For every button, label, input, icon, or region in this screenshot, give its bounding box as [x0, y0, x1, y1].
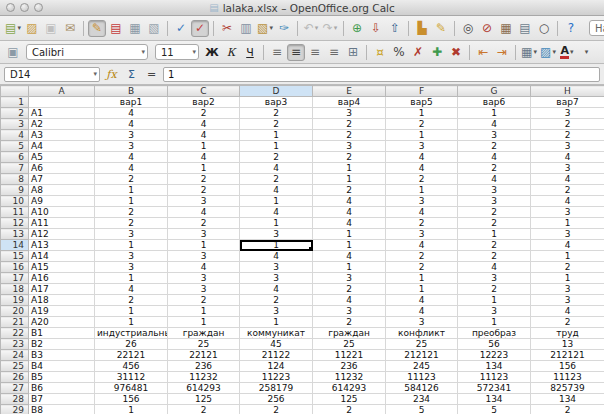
cell-H19[interactable]: 3: [531, 295, 604, 306]
cell-F3[interactable]: 2: [386, 119, 458, 130]
cell-D27[interactable]: 258179: [240, 383, 313, 394]
cell-A29[interactable]: B8: [29, 405, 95, 414]
cell-D4[interactable]: 1: [240, 130, 313, 141]
cell-E26[interactable]: 11232: [313, 372, 386, 383]
cell-B24[interactable]: 22121: [95, 350, 168, 361]
cell-E12[interactable]: 4: [313, 218, 386, 229]
cell-F28[interactable]: 234: [386, 394, 458, 405]
cell-B10[interactable]: 1: [95, 196, 168, 207]
cell-G28[interactable]: 134: [458, 394, 531, 405]
cell-E25[interactable]: 236: [313, 361, 386, 372]
cell-E7[interactable]: 1: [313, 163, 386, 174]
cell-D1[interactable]: вар3: [240, 97, 313, 108]
cell-C28[interactable]: 125: [168, 394, 240, 405]
cell-F15[interactable]: 2: [386, 251, 458, 262]
cell-F24[interactable]: 212121: [386, 350, 458, 361]
cell-reference-box[interactable]: D14 ▾: [4, 67, 100, 82]
cell-F7[interactable]: 4: [386, 163, 458, 174]
cell-D19[interactable]: 2: [240, 295, 313, 306]
cell-A18[interactable]: A17: [29, 284, 95, 295]
cell-D2[interactable]: 2: [240, 108, 313, 119]
cell-D22[interactable]: коммуникат: [240, 328, 313, 339]
cell-C26[interactable]: 11232: [168, 372, 240, 383]
cell-A28[interactable]: B7: [29, 394, 95, 405]
cell-F5[interactable]: 3: [386, 141, 458, 152]
cell-A3[interactable]: A2: [29, 119, 95, 130]
cell-F25[interactable]: 245: [386, 361, 458, 372]
cell-A22[interactable]: B1: [29, 328, 95, 339]
bold-button[interactable]: Ж: [203, 44, 221, 61]
navigator-icon[interactable]: ⊘: [478, 20, 496, 37]
cell-D12[interactable]: 1: [240, 218, 313, 229]
cell-H16[interactable]: 2: [531, 262, 604, 273]
help-icon[interactable]: ?: [562, 20, 580, 37]
cell-F23[interactable]: 25: [386, 339, 458, 350]
cell-B16[interactable]: 3: [95, 262, 168, 273]
cell-H6[interactable]: 4: [531, 152, 604, 163]
cell-C11[interactable]: 4: [168, 207, 240, 218]
cell-H25[interactable]: 156: [531, 361, 604, 372]
row-header-24[interactable]: 24: [1, 350, 29, 361]
cell-G12[interactable]: 2: [458, 218, 531, 229]
cell-H9[interactable]: 2: [531, 185, 604, 196]
row-header-1[interactable]: 1: [1, 97, 29, 108]
formula-input[interactable]: 1: [163, 67, 600, 82]
cell-A6[interactable]: A5: [29, 152, 95, 163]
cell-H29[interactable]: 2: [531, 405, 604, 414]
cell-C16[interactable]: 4: [168, 262, 240, 273]
column-header-H[interactable]: H: [531, 86, 604, 97]
cell-C13[interactable]: 3: [168, 229, 240, 240]
cell-H17[interactable]: 1: [531, 273, 604, 284]
paste-icon[interactable]: ▧▾: [256, 20, 274, 37]
font-name-select[interactable]: Calibri ▾: [26, 44, 148, 60]
column-header-A[interactable]: A: [29, 86, 95, 97]
cell-A2[interactable]: A1: [29, 108, 95, 119]
cell-H20[interactable]: 4: [531, 306, 604, 317]
cell-C1[interactable]: вар2: [168, 97, 240, 108]
cell-B13[interactable]: 3: [95, 229, 168, 240]
cell-G21[interactable]: 1: [458, 317, 531, 328]
cell-C25[interactable]: 236: [168, 361, 240, 372]
currency-format-button[interactable]: ¤: [371, 44, 389, 61]
cell-E13[interactable]: 1: [313, 229, 386, 240]
cell-H12[interactable]: 1: [531, 218, 604, 229]
cell-F26[interactable]: 11123: [386, 372, 458, 383]
cell-B19[interactable]: 2: [95, 295, 168, 306]
row-header-18[interactable]: 18: [1, 284, 29, 295]
cell-G18[interactable]: 2: [458, 284, 531, 295]
row-header-2[interactable]: 2: [1, 108, 29, 119]
cell-C5[interactable]: 1: [168, 141, 240, 152]
cell-D18[interactable]: 4: [240, 284, 313, 295]
cell-C27[interactable]: 614293: [168, 383, 240, 394]
cell-H27[interactable]: 825739: [531, 383, 604, 394]
copy-icon[interactable]: ▥: [237, 20, 255, 37]
row-header-28[interactable]: 28: [1, 394, 29, 405]
column-header-D[interactable]: D: [240, 86, 313, 97]
cell-D10[interactable]: 1: [240, 196, 313, 207]
styles-icon[interactable]: ▣: [4, 44, 22, 61]
row-header-8[interactable]: 8: [1, 174, 29, 185]
cell-G24[interactable]: 12223: [458, 350, 531, 361]
cell-B18[interactable]: 4: [95, 284, 168, 295]
cell-D16[interactable]: 3: [240, 262, 313, 273]
cell-H23[interactable]: 13: [531, 339, 604, 350]
cell-E20[interactable]: 3: [313, 306, 386, 317]
cell-D14[interactable]: 1: [240, 240, 313, 251]
cell-H7[interactable]: 3: [531, 163, 604, 174]
print-icon[interactable]: ▦: [126, 20, 144, 37]
cell-D17[interactable]: 3: [240, 273, 313, 284]
cell-C4[interactable]: 4: [168, 130, 240, 141]
row-header-23[interactable]: 23: [1, 339, 29, 350]
align-center-button[interactable]: ≡: [287, 44, 305, 61]
row-header-9[interactable]: 9: [1, 185, 29, 196]
cell-A14[interactable]: A13: [29, 240, 95, 251]
cell-F6[interactable]: 4: [386, 152, 458, 163]
cell-C23[interactable]: 25: [168, 339, 240, 350]
email-icon[interactable]: ✉: [61, 20, 79, 37]
row-header-29[interactable]: 29: [1, 405, 29, 414]
format-paintbrush-icon[interactable]: ✑: [275, 20, 293, 37]
row-header-13[interactable]: 13: [1, 229, 29, 240]
row-header-15[interactable]: 15: [1, 251, 29, 262]
cell-G7[interactable]: 2: [458, 163, 531, 174]
cell-A25[interactable]: B4: [29, 361, 95, 372]
